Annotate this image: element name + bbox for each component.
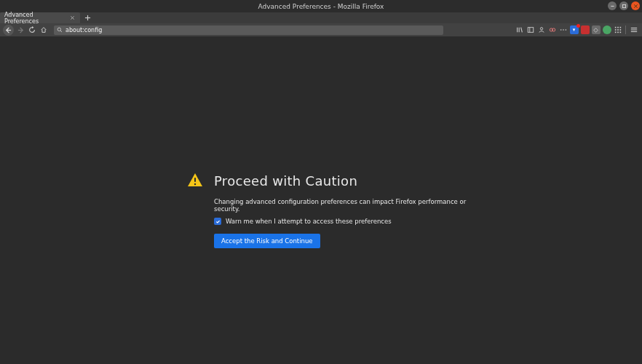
window-minimize-button[interactable]	[608, 1, 617, 10]
nav-toolbar: about:config ▾	[0, 23, 642, 36]
svg-rect-26	[614, 29, 616, 31]
svg-point-17	[540, 28, 542, 30]
svg-point-21	[563, 29, 564, 31]
url-bar[interactable]: about:config	[54, 25, 443, 35]
warn-checkbox-label: Warn me when I attempt to access these p…	[226, 218, 392, 225]
svg-rect-23	[614, 27, 616, 28]
toolbar-right: ▾	[514, 25, 639, 35]
svg-line-14	[520, 28, 522, 33]
svg-rect-30	[617, 32, 619, 33]
svg-point-22	[565, 29, 566, 31]
warn-checkbox[interactable]	[214, 218, 221, 225]
home-button[interactable]	[39, 25, 49, 35]
sidebar-button[interactable]	[525, 25, 536, 35]
window-controls	[608, 1, 640, 10]
extension-badge-grey[interactable]	[590, 25, 601, 35]
svg-rect-27	[617, 29, 619, 31]
warning-icon	[186, 172, 204, 189]
svg-rect-35	[194, 178, 196, 182]
page-description: Changing advanced configuration preferen…	[214, 198, 477, 213]
extension-badge-red[interactable]	[579, 25, 590, 35]
extension-badge-blue[interactable]: ▾	[568, 25, 579, 35]
svg-point-36	[194, 183, 196, 185]
toolbar-separator	[625, 25, 626, 34]
extension-icon[interactable]	[547, 25, 558, 35]
svg-line-11	[60, 31, 62, 32]
account-button[interactable]	[536, 25, 547, 35]
url-text: about:config	[66, 27, 102, 33]
svg-rect-25	[619, 27, 621, 28]
accept-risk-button[interactable]: Accept the Risk and Continue	[214, 234, 320, 248]
svg-rect-29	[614, 32, 616, 33]
svg-rect-15	[528, 28, 534, 33]
forward-button[interactable]	[15, 25, 25, 35]
svg-point-10	[58, 28, 60, 31]
window-title: Advanced Preferences - Mozilla Firefox	[258, 3, 384, 10]
accept-risk-label: Accept the Risk and Continue	[221, 237, 313, 245]
warn-checkbox-row: Warn me when I attempt to access these p…	[214, 218, 477, 225]
search-icon	[57, 27, 63, 33]
menu-button[interactable]	[628, 25, 639, 35]
overflow-button[interactable]	[558, 25, 568, 35]
svg-rect-24	[617, 27, 619, 28]
nav-buttons	[3, 25, 49, 36]
extension-grid-icon[interactable]	[612, 25, 623, 35]
reload-button[interactable]	[27, 25, 37, 35]
page-title: Proceed with Caution	[214, 173, 357, 189]
warning-panel: Proceed with Caution Changing advanced c…	[186, 172, 477, 248]
tab-close-button[interactable]	[68, 15, 76, 22]
svg-point-20	[560, 29, 561, 31]
window-maximize-button[interactable]	[619, 1, 628, 10]
tab-active[interactable]: Advanced Preferences	[0, 12, 80, 23]
svg-rect-31	[619, 32, 621, 33]
page-content: Proceed with Caution Changing advanced c…	[0, 36, 642, 364]
back-button[interactable]	[3, 25, 14, 36]
library-button[interactable]	[514, 25, 525, 35]
window-close-button[interactable]	[631, 1, 640, 10]
svg-rect-28	[619, 29, 621, 31]
tab-strip: Advanced Preferences	[0, 12, 642, 23]
warning-header: Proceed with Caution	[186, 172, 477, 189]
tab-label: Advanced Preferences	[4, 12, 68, 25]
svg-rect-1	[622, 4, 625, 7]
new-tab-button[interactable]	[82, 12, 93, 23]
extension-badge-green[interactable]	[601, 25, 612, 35]
window-titlebar: Advanced Preferences - Mozilla Firefox	[0, 0, 642, 12]
